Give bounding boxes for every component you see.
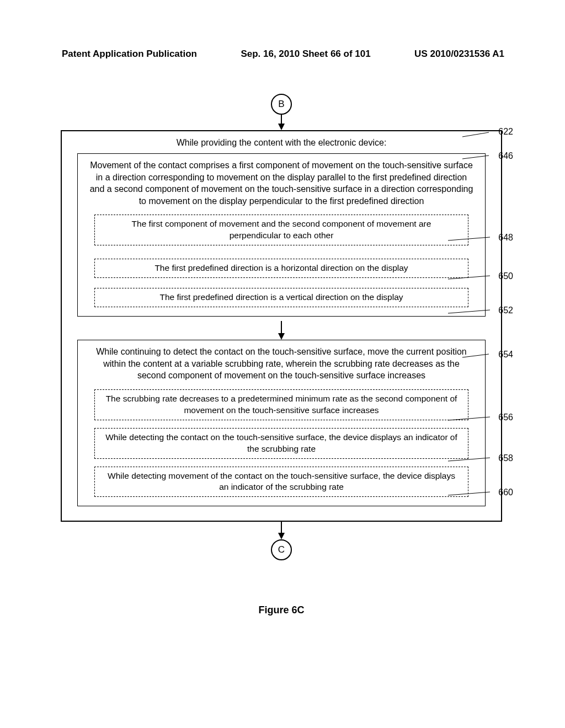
svg-line-10: [448, 417, 490, 420]
step-658-text: While detecting the contact on the touch…: [105, 432, 457, 453]
outer-frame: While providing the content with the ele…: [61, 130, 502, 522]
svg-marker-3: [278, 333, 285, 340]
leader-line-icon: [462, 131, 497, 142]
svg-line-5: [462, 156, 489, 159]
arrow-down-icon: [276, 321, 287, 340]
leader-line-icon: [448, 275, 497, 281]
leader-622: 622: [498, 127, 513, 137]
header-left: Patent Application Publication: [62, 49, 197, 60]
ref-656: 656: [498, 413, 513, 422]
leader-658: 658: [498, 453, 513, 463]
leader-line-icon: [448, 491, 497, 497]
outer-title: While providing the content with the ele…: [77, 138, 486, 148]
step-656: The scrubbing rate decreases to a predet…: [94, 389, 468, 420]
leader-line-icon: [448, 457, 497, 463]
figure-caption: Figure 6C: [61, 604, 502, 616]
svg-line-8: [448, 310, 490, 313]
leader-646: 646: [498, 151, 513, 161]
arrow-bottom: [61, 522, 502, 539]
step-650-text: The first predefined direction is a hori…: [154, 263, 408, 272]
ref-658: 658: [498, 453, 513, 463]
step-646-text: Movement of the contact comprises a firs…: [89, 159, 474, 207]
arrow-down-icon: [276, 522, 287, 539]
connector-bottom-circle: C: [271, 539, 292, 560]
arrow-mid: [77, 321, 486, 340]
leader-650: 650: [498, 271, 513, 281]
leader-652: 652: [498, 306, 513, 315]
leader-line-icon: [462, 353, 497, 360]
step-652: The first predefined direction is a vert…: [94, 288, 468, 307]
svg-line-4: [462, 132, 489, 137]
leader-660: 660: [498, 488, 513, 497]
page-header: Patent Application Publication Sep. 16, …: [0, 49, 565, 60]
leader-line-icon: [462, 154, 497, 161]
ref-650: 650: [498, 271, 513, 281]
leader-654: 654: [498, 350, 513, 360]
connector-bottom-label: C: [278, 544, 285, 555]
svg-marker-14: [278, 533, 285, 539]
ref-622: 622: [498, 127, 513, 136]
leader-648: 648: [498, 233, 513, 243]
ref-646: 646: [498, 151, 513, 160]
svg-line-9: [462, 354, 489, 357]
header-center: Sep. 16, 2010 Sheet 66 of 101: [241, 49, 370, 60]
svg-marker-1: [278, 124, 285, 130]
ref-660: 660: [498, 488, 513, 497]
step-648: The first component of movement and the …: [94, 215, 468, 245]
step-654-text: While continuing to detect the contact o…: [89, 346, 474, 382]
leader-line-icon: [448, 416, 497, 422]
svg-line-11: [448, 458, 490, 461]
step-648-text: The first component of movement and the …: [132, 219, 431, 240]
ref-648: 648: [498, 233, 513, 242]
leader-line-icon: [448, 309, 497, 315]
svg-line-7: [448, 276, 490, 279]
ref-654: 654: [498, 350, 513, 359]
leader-line-icon: [448, 236, 497, 243]
step-650: The first predefined direction is a hori…: [94, 259, 468, 278]
step-646: Movement of the contact comprises a firs…: [77, 153, 486, 317]
leader-656: 656: [498, 413, 513, 422]
step-652-text: The first predefined direction is a vert…: [159, 292, 403, 302]
arrow-down-icon: [276, 115, 287, 130]
step-658: While detecting the contact on the touch…: [94, 428, 468, 459]
connector-top-label: B: [278, 99, 284, 110]
svg-line-12: [448, 492, 490, 495]
header-right: US 2010/0231536 A1: [414, 49, 504, 60]
step-654: While continuing to detect the contact o…: [77, 340, 486, 506]
ref-652: 652: [498, 306, 513, 315]
step-656-text: The scrubbing rate decreases to a predet…: [106, 394, 457, 415]
arrow-top: [61, 115, 502, 130]
figure-area: B While providing the content with the e…: [61, 94, 502, 616]
svg-line-6: [448, 237, 490, 240]
connector-top-circle: B: [271, 94, 292, 115]
step-660-text: While detecting movement of the contact …: [108, 471, 455, 492]
step-660: While detecting movement of the contact …: [94, 467, 468, 497]
